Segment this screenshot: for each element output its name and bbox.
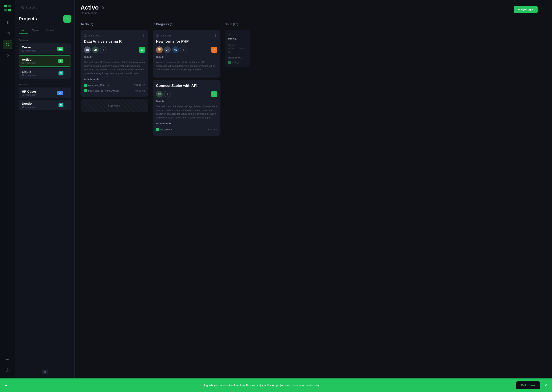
attachment-item-3[interactable]: 📎 app_data.js 354.42 KB bbox=[156, 127, 217, 132]
project-info: Activo ☆ 32 memebers bbox=[81, 4, 104, 15]
add-avatar-2[interactable]: + bbox=[180, 46, 187, 53]
add-avatar-1[interactable]: + bbox=[100, 46, 107, 53]
task-more-2[interactable]: ⋮ bbox=[214, 34, 217, 37]
add-avatar-3[interactable]: + bbox=[164, 91, 171, 98]
download-badge-2[interactable] bbox=[211, 47, 217, 53]
file-icon-done: 📎 bbox=[228, 61, 231, 64]
task-date-done: 15 ... bbox=[228, 34, 247, 36]
attachments-label-done: Attachme... bbox=[228, 56, 247, 59]
project-more-curso[interactable]: ⋮ bbox=[65, 47, 69, 51]
attachment-size-1: 354.42 KB bbox=[134, 84, 145, 86]
project-more-activo[interactable]: ⋮ bbox=[65, 59, 68, 63]
new-task-button[interactable]: + New task bbox=[514, 6, 538, 13]
task-description-2: We need customize already builded app in… bbox=[156, 60, 217, 72]
collapse-sidebar-button[interactable]: ⇄ bbox=[42, 370, 48, 374]
avatar-gh: GH bbox=[164, 46, 171, 53]
column-todo-header: To Do (5) bbox=[81, 22, 149, 28]
file-icon-1: 📎 bbox=[84, 84, 87, 87]
star-icon[interactable]: ☆ bbox=[101, 5, 104, 10]
task-card-done-partial[interactable]: 15 ... Webs... Create a ... animatio... … bbox=[225, 30, 250, 67]
filter-tab-closed[interactable]: Closed bbox=[42, 27, 57, 34]
project-name-hrcases: HR Cases bbox=[22, 90, 37, 93]
counter-icon[interactable] bbox=[3, 40, 12, 49]
attachment-item-2[interactable]: 📎 basic_data_bd_team_20a.doc 94.91 KB bbox=[84, 88, 145, 93]
main-project-members: 32 memebers bbox=[81, 11, 104, 15]
svg-rect-9 bbox=[8, 43, 9, 44]
project-more-hrcases[interactable]: ⋮ bbox=[65, 91, 69, 95]
svg-point-13 bbox=[22, 7, 23, 8]
filter-tab-open[interactable]: Open bbox=[28, 27, 42, 34]
project-item-doctio[interactable]: Doctio 12 memebers 9 ⋮ bbox=[19, 100, 71, 110]
attachments-label-1: Attachments: bbox=[84, 78, 145, 81]
get-it-now-button[interactable]: Get it now bbox=[516, 381, 541, 389]
avatar-jb: JB bbox=[92, 46, 99, 53]
task-avatars-3: EE + bbox=[156, 91, 217, 98]
filter-tab-all[interactable]: All bbox=[19, 27, 28, 34]
info-icon[interactable]: ⓘ bbox=[3, 366, 12, 375]
project-badge-curso: 12 bbox=[57, 47, 63, 51]
folder-icon[interactable]: ▮ bbox=[3, 18, 12, 27]
task-card-data-analysis[interactable]: 12 Jun 2019 ⋮ Data Analysis using R TR J… bbox=[81, 30, 149, 97]
attachment-size-2: 94.91 KB bbox=[135, 89, 145, 92]
column-todo: To Do (5) 12 Jun 2019 ⋮ Data Analysis us… bbox=[81, 22, 149, 374]
project-item-activo[interactable]: Activo 12 memebers 9 ⋮ bbox=[19, 55, 71, 67]
task-date-1: 12 Jun 2019 bbox=[84, 34, 100, 37]
task-more-1[interactable]: ⋮ bbox=[142, 34, 145, 37]
task-date-2: 19 Jul 2019 bbox=[156, 34, 171, 37]
projects-header: Projects + bbox=[19, 15, 71, 23]
project-more-liquid[interactable]: ⋮ bbox=[65, 71, 69, 75]
attachments-3: Attachments: 📎 app_data.js 354.42 KB bbox=[156, 122, 217, 132]
download-badge-3[interactable] bbox=[211, 91, 217, 97]
column-done-header: Done (25) bbox=[225, 22, 250, 28]
project-item-curso[interactable]: Curso 32 memebers 12 ⋮ bbox=[19, 43, 71, 54]
attachments-label-3: Attachments: bbox=[156, 122, 217, 125]
project-name-liquid: Liquid bbox=[22, 70, 36, 74]
main-project-title: Activo bbox=[81, 4, 99, 11]
project-members-hrcases: 32 memebers bbox=[22, 94, 37, 96]
column-inprogress: In Progress (5) 19 Jul 2019 ⋮ New bbox=[153, 22, 220, 374]
download-badge-1[interactable] bbox=[139, 47, 145, 53]
calendar-icon[interactable] bbox=[3, 29, 12, 38]
task-card-new-forms-php[interactable]: 19 Jul 2019 ⋮ New forms for PHP bbox=[153, 30, 220, 77]
task-desc-done: Create a ... animatio... Here is so... bbox=[228, 43, 247, 54]
avatar-ee: EE bbox=[156, 91, 163, 98]
project-members-curso: 32 memebers bbox=[22, 49, 36, 52]
project-more-doctio[interactable]: ⋮ bbox=[65, 103, 69, 107]
attachments-1: Attachments: 📎 agm_data_120ac.pdf 354.42… bbox=[84, 78, 145, 93]
project-members-doctio: 12 memebers bbox=[22, 106, 36, 108]
attachment-item-1[interactable]: 📎 agm_data_120ac.pdf 354.42 KB bbox=[84, 82, 145, 88]
project-name-curso: Curso bbox=[22, 45, 36, 49]
svg-rect-8 bbox=[6, 43, 7, 44]
avatar-photo bbox=[156, 46, 163, 53]
file-icon-3: 📎 bbox=[156, 128, 159, 131]
column-done: Done (25) 15 ... Webs... Create a ... an… bbox=[225, 22, 250, 374]
close-banner-button[interactable]: × bbox=[545, 383, 547, 387]
main-more-button[interactable]: ⋮ bbox=[540, 6, 546, 13]
project-item-hrcases[interactable]: HR Cases 32 memebers 21 ⋮ bbox=[19, 88, 71, 98]
task-title-2: New forms for PHP bbox=[156, 39, 217, 44]
attachment-done: 📎 main_a... bbox=[228, 61, 247, 64]
filter-tabs: All Open Closed bbox=[19, 27, 71, 34]
svg-rect-0 bbox=[4, 5, 7, 7]
search-bar[interactable]: Search ... bbox=[19, 4, 71, 11]
eye-icon[interactable] bbox=[3, 51, 12, 60]
projects-sidebar: Search ... Projects + All Open Closed So… bbox=[15, 0, 75, 378]
banner-text: Upgrade your account to Premium Plus and… bbox=[10, 384, 513, 387]
add-new-task-todo[interactable]: + New task bbox=[81, 99, 149, 112]
svg-rect-1 bbox=[8, 5, 11, 7]
project-badge-hrcases: 21 bbox=[57, 91, 63, 95]
task-card-zapier[interactable]: Connect Zapier with API EE + Details: Th… bbox=[153, 80, 220, 136]
svg-rect-3 bbox=[8, 9, 11, 11]
attachment-size-3: 354.42 KB bbox=[206, 128, 217, 131]
more-icon[interactable]: ··· bbox=[3, 355, 12, 364]
avatar-am: AM bbox=[172, 46, 179, 53]
diamond-icon: ♦ bbox=[5, 383, 7, 388]
project-item-liquid[interactable]: Liquid 12 memebers 3 ⋮ bbox=[19, 68, 71, 79]
project-members-activo: 12 memebers bbox=[22, 62, 36, 64]
add-project-button[interactable]: + bbox=[63, 15, 71, 23]
search-placeholder: Search ... bbox=[26, 6, 38, 9]
task-title-done: Webs... bbox=[228, 37, 247, 41]
business-section: Business HR Cases 32 memebers 21 ⋮ Docti… bbox=[19, 83, 71, 112]
project-name-activo: Activo bbox=[22, 58, 36, 61]
app-logo bbox=[3, 3, 12, 13]
